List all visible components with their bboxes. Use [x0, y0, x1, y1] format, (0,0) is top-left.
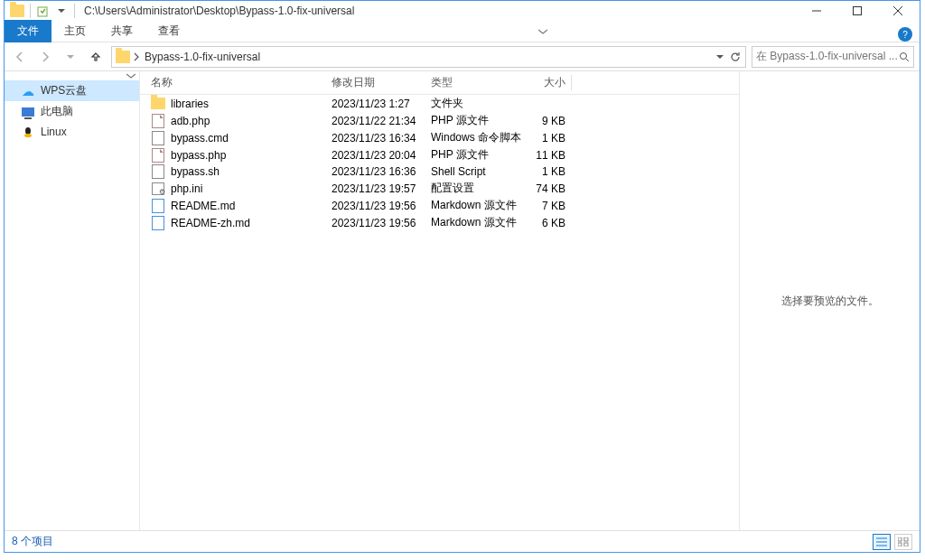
svg-rect-5 — [898, 537, 902, 541]
svg-rect-7 — [898, 543, 902, 546]
file-row[interactable]: README.md2023/11/23 19:56Markdown 源文件7 K… — [140, 197, 739, 214]
file-type: 配置设置 — [431, 181, 526, 196]
file-type: Windows 命令脚本 — [431, 130, 526, 145]
file-type: Markdown 源文件 — [431, 215, 526, 230]
file-size: 1 KB — [526, 132, 571, 145]
shell-file-icon — [152, 164, 164, 179]
file-row[interactable]: php.ini2023/11/23 19:57配置设置74 KB — [140, 180, 739, 197]
php-file-icon — [152, 114, 164, 128]
column-header-type[interactable]: 类型 — [431, 75, 526, 90]
file-type: Markdown 源文件 — [431, 198, 526, 213]
file-name: adb.php — [171, 115, 210, 127]
help-icon[interactable]: ? — [898, 27, 912, 42]
item-count: 8 个项目 — [12, 534, 53, 549]
view-details-button[interactable] — [873, 534, 891, 550]
file-row[interactable]: README-zh.md2023/11/23 19:56Markdown 源文件… — [140, 214, 739, 231]
file-date: 2023/11/23 19:57 — [332, 182, 431, 195]
ribbon-tab-view[interactable]: 查看 — [145, 20, 192, 42]
file-name: libraries — [171, 98, 209, 110]
qat-dropdown-icon[interactable] — [54, 4, 69, 18]
nav-recent-dropdown[interactable] — [61, 47, 80, 67]
ribbon-tab-file[interactable]: 文件 — [5, 20, 51, 42]
window-title: C:\Users\Administrator\Desktop\Bypass-1.… — [84, 5, 796, 17]
breadcrumb-segment[interactable]: Bypass-1.0-fix-universal — [143, 51, 262, 63]
explorer-window: C:\Users\Administrator\Desktop\Bypass-1.… — [4, 0, 920, 553]
ribbon-tab-home[interactable]: 主页 — [51, 20, 98, 42]
pc-icon — [21, 105, 35, 119]
markdown-file-icon — [152, 199, 164, 213]
search-icon — [899, 51, 910, 62]
preview-pane: 选择要预览的文件。 — [739, 71, 920, 530]
nav-forward-button[interactable] — [35, 47, 55, 67]
nav-up-button[interactable] — [86, 47, 106, 67]
ini-file-icon — [152, 182, 164, 195]
column-header-date[interactable]: 修改日期 — [332, 75, 431, 90]
view-large-icons-button[interactable] — [894, 534, 912, 550]
list-area: 名称 修改日期 类型 大小 libraries2023/11/23 1:27文件… — [140, 71, 920, 530]
cmd-file-icon — [152, 131, 164, 145]
maximize-button[interactable] — [836, 1, 877, 21]
search-box[interactable]: 在 Bypass-1.0-fix-universal ... — [752, 46, 914, 68]
file-date: 2023/11/23 20:04 — [332, 149, 431, 162]
nav-item-this-pc[interactable]: 此电脑 — [5, 101, 139, 122]
file-row[interactable]: bypass.php2023/11/23 20:04PHP 源文件11 KB — [140, 146, 739, 163]
file-list[interactable]: 名称 修改日期 类型 大小 libraries2023/11/23 1:27文件… — [140, 71, 739, 530]
svg-point-4 — [24, 134, 32, 137]
qat-properties-icon[interactable] — [36, 4, 51, 18]
content-area: ☁ WPS云盘 此电脑 Linux 名称 修改日期 类型 大小 — [5, 71, 920, 530]
close-button[interactable] — [877, 1, 918, 21]
address-folder-icon — [116, 51, 130, 63]
ribbon-collapse-icon[interactable] — [538, 27, 547, 36]
file-row[interactable]: adb.php2023/11/22 21:34PHP 源文件9 KB — [140, 112, 739, 129]
folder-icon — [151, 98, 165, 109]
svg-point-2 — [901, 52, 907, 59]
file-date: 2023/11/23 16:34 — [332, 132, 431, 145]
file-name: bypass.php — [171, 149, 226, 162]
column-header-name[interactable]: 名称 — [151, 75, 332, 90]
column-separator[interactable] — [571, 75, 572, 90]
navpane-collapse-icon[interactable] — [126, 71, 135, 80]
qat-separator-2 — [74, 4, 75, 18]
file-size: 6 KB — [526, 217, 571, 229]
file-row[interactable]: bypass.cmd2023/11/23 16:34Windows 命令脚本1 … — [140, 129, 739, 146]
preview-hint: 选择要预览的文件。 — [781, 294, 879, 309]
address-chevron-icon[interactable] — [134, 52, 139, 61]
file-name: bypass.cmd — [171, 132, 229, 145]
ribbon-tab-share[interactable]: 共享 — [98, 20, 145, 42]
file-date: 2023/11/23 1:27 — [332, 98, 431, 110]
svg-rect-6 — [904, 537, 908, 541]
cloud-icon: ☁ — [21, 84, 35, 98]
svg-point-3 — [25, 127, 31, 135]
window-folder-icon — [10, 5, 24, 17]
file-type: PHP 源文件 — [431, 113, 526, 128]
svg-rect-8 — [904, 543, 908, 546]
file-name: php.ini — [171, 182, 202, 195]
minimize-button[interactable] — [796, 1, 836, 21]
nav-item-label: Linux — [41, 126, 67, 138]
markdown-file-icon — [152, 216, 164, 230]
svg-rect-1 — [853, 7, 861, 15]
navigation-bar: Bypass-1.0-fix-universal 在 Bypass-1.0-fi… — [5, 42, 920, 71]
qat-separator — [30, 4, 31, 18]
file-size: 7 KB — [526, 200, 571, 212]
file-size: 9 KB — [526, 115, 571, 127]
search-placeholder: 在 Bypass-1.0-fix-universal ... — [756, 49, 898, 64]
file-row[interactable]: bypass.sh2023/11/23 16:36Shell Script1 K… — [140, 163, 739, 180]
titlebar: C:\Users\Administrator\Desktop\Bypass-1.… — [5, 1, 920, 21]
file-date: 2023/11/23 16:36 — [332, 165, 431, 178]
linux-icon — [21, 125, 35, 139]
nav-item-linux[interactable]: Linux — [5, 122, 139, 142]
column-header-size[interactable]: 大小 — [526, 75, 571, 90]
address-bar[interactable]: Bypass-1.0-fix-universal — [111, 46, 746, 68]
column-headers: 名称 修改日期 类型 大小 — [140, 71, 739, 95]
file-date: 2023/11/23 19:56 — [332, 217, 431, 229]
php-file-icon — [152, 148, 164, 163]
address-dropdown-icon[interactable] — [716, 53, 724, 61]
file-date: 2023/11/22 21:34 — [332, 115, 431, 127]
ribbon-tabs: 文件 主页 共享 查看 ? — [5, 21, 920, 42]
statusbar: 8 个项目 — [5, 530, 920, 552]
refresh-button[interactable] — [729, 51, 742, 63]
nav-item-wps-cloud[interactable]: ☁ WPS云盘 — [5, 80, 139, 101]
file-row[interactable]: libraries2023/11/23 1:27文件夹 — [140, 95, 739, 112]
nav-back-button[interactable] — [10, 47, 30, 67]
